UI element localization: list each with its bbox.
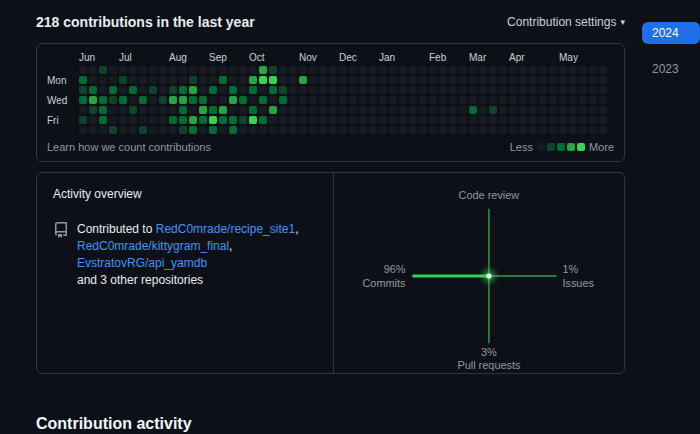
- contribution-cell[interactable]: [599, 86, 607, 94]
- contribution-cell[interactable]: [169, 116, 177, 124]
- contribution-cell[interactable]: [519, 106, 527, 114]
- contribution-cell[interactable]: [519, 66, 527, 74]
- contribution-cell[interactable]: [379, 126, 387, 134]
- contribution-cell[interactable]: [399, 96, 407, 104]
- contribution-cell[interactable]: [549, 106, 557, 114]
- contribution-cell[interactable]: [439, 116, 447, 124]
- contribution-cell[interactable]: [569, 106, 577, 114]
- contribution-cell[interactable]: [99, 116, 107, 124]
- contribution-cell[interactable]: [519, 96, 527, 104]
- contribution-cell[interactable]: [349, 126, 357, 134]
- contribution-cell[interactable]: [409, 126, 417, 134]
- contribution-cell[interactable]: [589, 76, 597, 84]
- contribution-cell[interactable]: [479, 86, 487, 94]
- contribution-cell[interactable]: [269, 116, 277, 124]
- contribution-cell[interactable]: [479, 116, 487, 124]
- contribution-cell[interactable]: [499, 76, 507, 84]
- contribution-cell[interactable]: [219, 106, 227, 114]
- contribution-cell[interactable]: [409, 96, 417, 104]
- contribution-cell[interactable]: [329, 86, 337, 94]
- contribution-cell[interactable]: [429, 106, 437, 114]
- contribution-cell[interactable]: [529, 76, 537, 84]
- contribution-cell[interactable]: [169, 96, 177, 104]
- contribution-cell[interactable]: [89, 116, 97, 124]
- contribution-cell[interactable]: [259, 106, 267, 114]
- contribution-cell[interactable]: [429, 96, 437, 104]
- contribution-cell[interactable]: [239, 86, 247, 94]
- contribution-cell[interactable]: [379, 66, 387, 74]
- contribution-cell[interactable]: [289, 126, 297, 134]
- contribution-cell[interactable]: [339, 116, 347, 124]
- contribution-cell[interactable]: [369, 96, 377, 104]
- contribution-cell[interactable]: [389, 116, 397, 124]
- contribution-cell[interactable]: [589, 116, 597, 124]
- repo-link[interactable]: RedC0mrade/kittygram_final: [77, 239, 229, 253]
- contribution-cell[interactable]: [399, 86, 407, 94]
- contribution-cell[interactable]: [429, 76, 437, 84]
- contribution-cell[interactable]: [459, 106, 467, 114]
- contribution-cell[interactable]: [569, 116, 577, 124]
- contribution-cell[interactable]: [519, 116, 527, 124]
- year-button-2023[interactable]: 2023: [642, 58, 700, 80]
- contribution-cell[interactable]: [439, 126, 447, 134]
- contribution-cell[interactable]: [559, 96, 567, 104]
- contribution-cell[interactable]: [359, 126, 367, 134]
- contribution-settings-button[interactable]: Contribution settings ▾: [507, 15, 625, 29]
- contribution-cell[interactable]: [449, 126, 457, 134]
- contribution-cell[interactable]: [209, 116, 217, 124]
- contribution-cell[interactable]: [399, 76, 407, 84]
- contribution-cell[interactable]: [139, 66, 147, 74]
- contribution-cell[interactable]: [419, 96, 427, 104]
- contribution-cell[interactable]: [339, 96, 347, 104]
- contribution-cell[interactable]: [529, 66, 537, 74]
- contribution-cell[interactable]: [199, 76, 207, 84]
- contribution-cell[interactable]: [289, 66, 297, 74]
- contribution-cell[interactable]: [339, 126, 347, 134]
- contribution-cell[interactable]: [499, 126, 507, 134]
- contribution-cell[interactable]: [569, 126, 577, 134]
- contribution-cell[interactable]: [529, 106, 537, 114]
- contribution-cell[interactable]: [419, 106, 427, 114]
- contribution-cell[interactable]: [109, 66, 117, 74]
- contribution-cell[interactable]: [549, 76, 557, 84]
- contribution-cell[interactable]: [139, 86, 147, 94]
- contribution-cell[interactable]: [399, 106, 407, 114]
- contribution-cell[interactable]: [259, 66, 267, 74]
- contribution-cell[interactable]: [289, 76, 297, 84]
- contribution-cell[interactable]: [319, 106, 327, 114]
- contribution-cell[interactable]: [429, 116, 437, 124]
- contribution-cell[interactable]: [329, 126, 337, 134]
- contribution-cell[interactable]: [559, 106, 567, 114]
- contribution-cell[interactable]: [399, 116, 407, 124]
- contribution-cell[interactable]: [589, 106, 597, 114]
- contribution-cell[interactable]: [579, 76, 587, 84]
- contribution-cell[interactable]: [229, 96, 237, 104]
- contribution-cell[interactable]: [539, 66, 547, 74]
- contribution-cell[interactable]: [529, 96, 537, 104]
- contribution-cell[interactable]: [519, 86, 527, 94]
- repo-link[interactable]: EvstratovRG/api_yamdb: [77, 256, 207, 270]
- contribution-cell[interactable]: [159, 76, 167, 84]
- contribution-cell[interactable]: [119, 96, 127, 104]
- contribution-cell[interactable]: [429, 126, 437, 134]
- contribution-cell[interactable]: [249, 126, 257, 134]
- contribution-cell[interactable]: [99, 106, 107, 114]
- contribution-cell[interactable]: [289, 106, 297, 114]
- contribution-cell[interactable]: [419, 86, 427, 94]
- contribution-cell[interactable]: [479, 66, 487, 74]
- contribution-cell[interactable]: [469, 106, 477, 114]
- contribution-cell[interactable]: [179, 106, 187, 114]
- contribution-cell[interactable]: [449, 86, 457, 94]
- contribution-cell[interactable]: [589, 86, 597, 94]
- contribution-cell[interactable]: [239, 116, 247, 124]
- contribution-cell[interactable]: [539, 76, 547, 84]
- contribution-cell[interactable]: [459, 126, 467, 134]
- contribution-cell[interactable]: [559, 76, 567, 84]
- contribution-cell[interactable]: [309, 96, 317, 104]
- contribution-cell[interactable]: [439, 66, 447, 74]
- contribution-cell[interactable]: [129, 126, 137, 134]
- contribution-cell[interactable]: [129, 106, 137, 114]
- contribution-cell[interactable]: [89, 66, 97, 74]
- contribution-cell[interactable]: [439, 96, 447, 104]
- contribution-cell[interactable]: [509, 96, 517, 104]
